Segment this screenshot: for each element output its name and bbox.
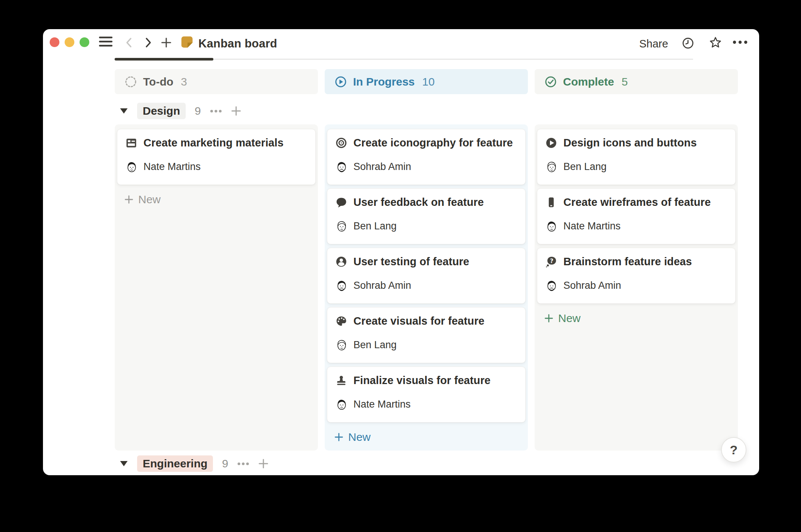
status-header-todo[interactable]: To-do 3 bbox=[115, 69, 318, 94]
card-title: Create marketing materials bbox=[143, 137, 284, 149]
card[interactable]: User feedback on feature Ben Lang bbox=[327, 188, 526, 244]
group-add-plus-icon[interactable] bbox=[231, 106, 241, 116]
group-row-design: Design 9 bbox=[120, 102, 241, 120]
page-title: Kanban board bbox=[198, 37, 277, 50]
assignee-name: Sohrab Amin bbox=[353, 280, 411, 291]
avatar-sohrab-amin bbox=[545, 279, 558, 292]
collapse-triangle-icon[interactable] bbox=[120, 108, 128, 114]
card[interactable]: Create wireframes of feature Nate Martin… bbox=[537, 188, 736, 244]
assignee-name: Ben Lang bbox=[353, 220, 397, 232]
app-window: Kanban board Share To-do 3 In Progress 1… bbox=[43, 29, 759, 475]
status-header-in-progress[interactable]: In Progress 10 bbox=[325, 69, 528, 94]
avatar-ben-lang bbox=[335, 339, 348, 351]
new-card-button[interactable]: New bbox=[117, 188, 316, 211]
person-circle-icon bbox=[335, 256, 347, 267]
page-note-icon bbox=[180, 35, 194, 49]
bullseye-icon bbox=[335, 137, 347, 149]
scroll-indicator bbox=[115, 58, 213, 61]
card-title: Finalize visuals for feature bbox=[353, 374, 491, 387]
status-label: Complete bbox=[563, 75, 614, 88]
card[interactable]: Design icons and buttons Ben Lang bbox=[537, 129, 736, 185]
speech-bubble-icon bbox=[335, 197, 347, 208]
stamp-icon bbox=[335, 375, 347, 386]
card-title: Brainstorm feature ideas bbox=[563, 256, 692, 268]
share-button[interactable]: Share bbox=[639, 38, 668, 50]
forward-chevron-icon[interactable] bbox=[142, 37, 154, 48]
collapse-triangle-icon[interactable] bbox=[120, 460, 128, 467]
avatar-nate-martins bbox=[126, 161, 138, 173]
group-count: 9 bbox=[195, 105, 201, 117]
group-tag-engineering[interactable]: Engineering bbox=[137, 455, 213, 472]
avatar-nate-martins bbox=[545, 220, 558, 232]
traffic-zoom-button[interactable] bbox=[80, 37, 89, 47]
assignee-name: Sohrab Amin bbox=[353, 161, 411, 173]
card[interactable]: Create iconography for feature Sohrab Am… bbox=[327, 129, 526, 185]
column-complete: Design icons and buttons Ben Lang Create… bbox=[535, 124, 738, 451]
question-mark: ? bbox=[730, 443, 738, 457]
status-count: 10 bbox=[422, 75, 434, 88]
svg-text:?: ? bbox=[550, 257, 553, 265]
thought-question-icon: ? bbox=[545, 256, 557, 267]
status-label: In Progress bbox=[353, 75, 415, 88]
assignee-name: Nate Martins bbox=[143, 161, 201, 173]
dashed-circle-icon bbox=[124, 75, 137, 88]
play-circle-icon bbox=[545, 137, 557, 149]
avatar-ben-lang bbox=[335, 220, 348, 232]
group-tag-design[interactable]: Design bbox=[137, 103, 186, 119]
card-title: User feedback on feature bbox=[353, 196, 484, 208]
assignee-name: Nate Martins bbox=[353, 399, 411, 410]
assignee-name: Ben Lang bbox=[563, 161, 607, 173]
assignee-name: Sohrab Amin bbox=[563, 280, 621, 291]
favorite-star-icon[interactable] bbox=[709, 36, 722, 49]
new-card-button[interactable]: New bbox=[327, 426, 526, 448]
help-button[interactable]: ? bbox=[721, 437, 746, 463]
avatar-sohrab-amin bbox=[335, 279, 348, 292]
card-title: User testing of feature bbox=[353, 256, 469, 268]
check-circle-icon bbox=[544, 75, 557, 88]
new-label: New bbox=[348, 431, 371, 443]
group-menu-ellipsis-icon[interactable] bbox=[237, 462, 249, 466]
column-in-progress: Create iconography for feature Sohrab Am… bbox=[325, 124, 528, 451]
hamburger-menu-icon[interactable] bbox=[99, 37, 112, 47]
status-label: To-do bbox=[143, 75, 173, 88]
new-label: New bbox=[558, 312, 581, 325]
play-circle-outline-icon bbox=[334, 75, 347, 88]
palette-icon bbox=[335, 315, 347, 327]
status-count: 5 bbox=[622, 75, 628, 88]
card[interactable]: Finalize visuals for feature Nate Martin… bbox=[327, 366, 526, 423]
assignee-name: Ben Lang bbox=[353, 339, 397, 351]
card[interactable]: User testing of feature Sohrab Amin bbox=[327, 248, 526, 304]
group-row-engineering: Engineering 9 bbox=[120, 455, 269, 472]
more-options-ellipsis-icon[interactable] bbox=[733, 40, 748, 44]
column-todo: Create marketing materials Nate Martins … bbox=[115, 124, 318, 451]
card-title: Create visuals for feature bbox=[353, 315, 485, 327]
mobile-phone-icon bbox=[545, 197, 557, 208]
avatar-nate-martins bbox=[335, 398, 348, 411]
new-label: New bbox=[138, 193, 161, 206]
history-clock-icon[interactable] bbox=[682, 37, 694, 49]
card[interactable]: ? Brainstorm feature ideas Sohrab Amin bbox=[537, 248, 736, 304]
avatar-ben-lang bbox=[545, 161, 558, 173]
back-chevron-icon[interactable] bbox=[124, 37, 135, 48]
traffic-close-button[interactable] bbox=[50, 37, 59, 47]
group-count: 9 bbox=[222, 457, 228, 470]
group-add-plus-icon[interactable] bbox=[258, 458, 269, 469]
new-card-button[interactable]: New bbox=[537, 307, 736, 330]
card-title: Create iconography for feature bbox=[353, 137, 513, 149]
status-header-complete[interactable]: Complete 5 bbox=[535, 69, 738, 94]
group-menu-ellipsis-icon[interactable] bbox=[210, 109, 222, 113]
assignee-name: Nate Martins bbox=[563, 220, 621, 232]
card[interactable]: Create visuals for feature Ben Lang bbox=[327, 307, 526, 363]
traffic-minimize-button[interactable] bbox=[65, 37, 74, 47]
ad-layout-icon bbox=[126, 137, 137, 149]
card-title: Create wireframes of feature bbox=[563, 196, 711, 208]
avatar-sohrab-amin bbox=[335, 161, 348, 173]
status-count: 3 bbox=[181, 75, 187, 88]
new-page-plus-icon[interactable] bbox=[161, 37, 172, 48]
card-title: Design icons and buttons bbox=[563, 137, 697, 149]
card[interactable]: Create marketing materials Nate Martins bbox=[117, 129, 316, 185]
